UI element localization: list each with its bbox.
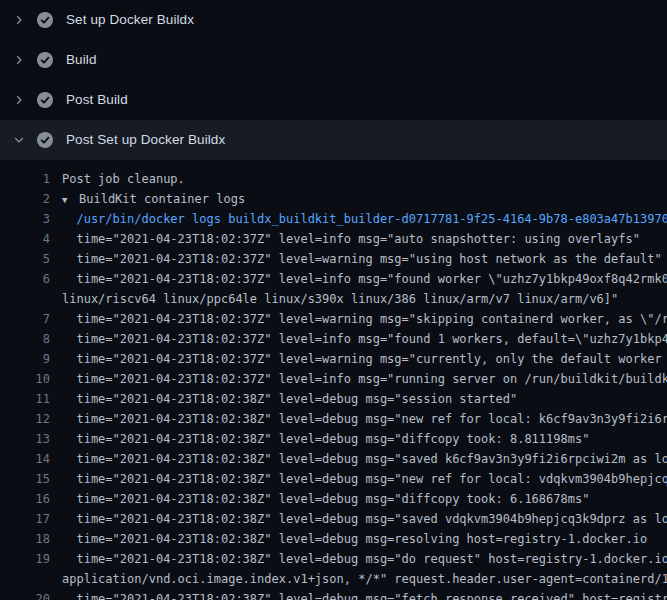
log-line-text: time="2021-04-23T18:02:37Z" level=warnin…: [62, 309, 667, 329]
log-output: 1 Post job cleanup. 2 ▼BuildKit containe…: [0, 160, 667, 600]
log-line: 20 time="2021-04-23T18:02:38Z" level=deb…: [0, 589, 667, 600]
log-line-text: time="2021-04-23T18:02:37Z" level=info m…: [62, 329, 667, 349]
log-line-number[interactable]: 18: [0, 529, 50, 549]
log-line-number[interactable]: 2: [0, 189, 50, 209]
log-line-text: time="2021-04-23T18:02:37Z" level=warnin…: [62, 349, 667, 369]
log-line-text: time="2021-04-23T18:02:37Z" level=info m…: [62, 269, 667, 289]
log-line-number[interactable]: [0, 569, 50, 589]
log-line-text: time="2021-04-23T18:02:38Z" level=debug …: [62, 489, 589, 509]
log-line: 16 time="2021-04-23T18:02:38Z" level=deb…: [0, 489, 667, 509]
log-line-text: time="2021-04-23T18:02:38Z" level=debug …: [62, 589, 667, 600]
log-line: 14 time="2021-04-23T18:02:38Z" level=deb…: [0, 449, 667, 469]
check-circle-icon: [37, 92, 53, 108]
step-row-1[interactable]: Set up Docker Buildx: [0, 0, 667, 40]
log-line-number[interactable]: 3: [0, 209, 50, 229]
log-line-text: time="2021-04-23T18:02:38Z" level=debug …: [62, 409, 667, 429]
log-line: 2 ▼BuildKit container logs: [0, 189, 667, 209]
step-row-3[interactable]: Post Build: [0, 80, 667, 120]
log-line-text: time="2021-04-23T18:02:38Z" level=debug …: [62, 449, 667, 469]
log-line: 1 Post job cleanup.: [0, 169, 667, 189]
log-line-number[interactable]: 17: [0, 509, 50, 529]
log-line-text: linux/riscv64 linux/ppc64le linux/s390x …: [62, 289, 618, 309]
log-line-number[interactable]: 20: [0, 589, 50, 600]
actions-log-viewer: Set up Docker Buildx Build P: [0, 0, 667, 600]
log-line: 12 time="2021-04-23T18:02:38Z" level=deb…: [0, 409, 667, 429]
log-line-text: time="2021-04-23T18:02:37Z" level=info m…: [62, 369, 667, 389]
log-line-number[interactable]: 15: [0, 469, 50, 489]
log-group-expander-icon[interactable]: ▼: [62, 190, 79, 210]
log-line: application/vnd.oci.image.index.v1+json,…: [0, 569, 667, 589]
log-line-number[interactable]: 5: [0, 249, 50, 269]
check-circle-icon: [37, 52, 53, 68]
log-line: 6 time="2021-04-23T18:02:37Z" level=info…: [0, 269, 667, 289]
log-line: 9 time="2021-04-23T18:02:37Z" level=warn…: [0, 349, 667, 369]
log-line-text: time="2021-04-23T18:02:38Z" level=debug …: [62, 529, 647, 549]
log-line-number[interactable]: 9: [0, 349, 50, 369]
check-circle-icon: [37, 132, 53, 148]
log-line: 3 /usr/bin/docker logs buildx_buildkit_b…: [0, 209, 667, 229]
log-line: 13 time="2021-04-23T18:02:38Z" level=deb…: [0, 429, 667, 449]
step-label: Post Set up Docker Buildx: [66, 132, 225, 148]
log-line-number[interactable]: 6: [0, 269, 50, 289]
log-line: 15 time="2021-04-23T18:02:38Z" level=deb…: [0, 469, 667, 489]
log-line-number[interactable]: 1: [0, 169, 50, 189]
log-line-text: application/vnd.oci.image.index.v1+json,…: [62, 569, 667, 589]
chevron-down-icon: [13, 134, 25, 146]
log-line-number[interactable]: 13: [0, 429, 50, 449]
log-line: 5 time="2021-04-23T18:02:37Z" level=warn…: [0, 249, 667, 269]
log-line: 19 time="2021-04-23T18:02:38Z" level=deb…: [0, 549, 667, 569]
log-line: 4 time="2021-04-23T18:02:37Z" level=info…: [0, 229, 667, 249]
log-line-text: time="2021-04-23T18:02:38Z" level=debug …: [62, 549, 667, 569]
chevron-right-icon: [13, 94, 25, 106]
step-label: Set up Docker Buildx: [66, 12, 194, 28]
chevron-right-icon: [13, 14, 25, 26]
log-line-number[interactable]: 8: [0, 329, 50, 349]
log-line-number[interactable]: 14: [0, 449, 50, 469]
log-line-number[interactable]: 10: [0, 369, 50, 389]
command-line-text: /usr/bin/docker logs buildx_buildkit_bui…: [62, 209, 667, 229]
chevron-right-icon: [13, 54, 25, 66]
log-line-text: ▼BuildKit container logs: [62, 189, 245, 209]
log-line-number[interactable]: 12: [0, 409, 50, 429]
log-line: 11 time="2021-04-23T18:02:38Z" level=deb…: [0, 389, 667, 409]
log-line: 17 time="2021-04-23T18:02:38Z" level=deb…: [0, 509, 667, 529]
step-label: Build: [66, 52, 97, 68]
log-line-number[interactable]: 19: [0, 549, 50, 569]
log-line-text: time="2021-04-23T18:02:38Z" level=debug …: [62, 389, 517, 409]
log-line-number[interactable]: [0, 289, 50, 309]
log-line-text: time="2021-04-23T18:02:38Z" level=debug …: [62, 469, 667, 489]
log-line-text: time="2021-04-23T18:02:37Z" level=info m…: [62, 229, 640, 249]
step-row-2[interactable]: Build: [0, 40, 667, 80]
step-label: Post Build: [66, 92, 128, 108]
check-circle-icon: [37, 12, 53, 28]
log-line-text: time="2021-04-23T18:02:37Z" level=warnin…: [62, 249, 662, 269]
log-line-number[interactable]: 11: [0, 389, 50, 409]
log-line-number[interactable]: 16: [0, 489, 50, 509]
log-line-number[interactable]: 7: [0, 309, 50, 329]
log-line-text: time="2021-04-23T18:02:38Z" level=debug …: [62, 429, 589, 449]
log-line-text: Post job cleanup.: [62, 169, 185, 189]
log-line-number[interactable]: 4: [0, 229, 50, 249]
step-list: Set up Docker Buildx Build P: [0, 0, 667, 160]
log-line: linux/riscv64 linux/ppc64le linux/s390x …: [0, 289, 667, 309]
log-line: 10 time="2021-04-23T18:02:37Z" level=inf…: [0, 369, 667, 389]
log-line: 8 time="2021-04-23T18:02:37Z" level=info…: [0, 329, 667, 349]
log-line: 18 time="2021-04-23T18:02:38Z" level=deb…: [0, 529, 667, 549]
step-row-4[interactable]: Post Set up Docker Buildx: [0, 120, 667, 160]
log-line-text: time="2021-04-23T18:02:38Z" level=debug …: [62, 509, 667, 529]
log-line: 7 time="2021-04-23T18:02:37Z" level=warn…: [0, 309, 667, 329]
